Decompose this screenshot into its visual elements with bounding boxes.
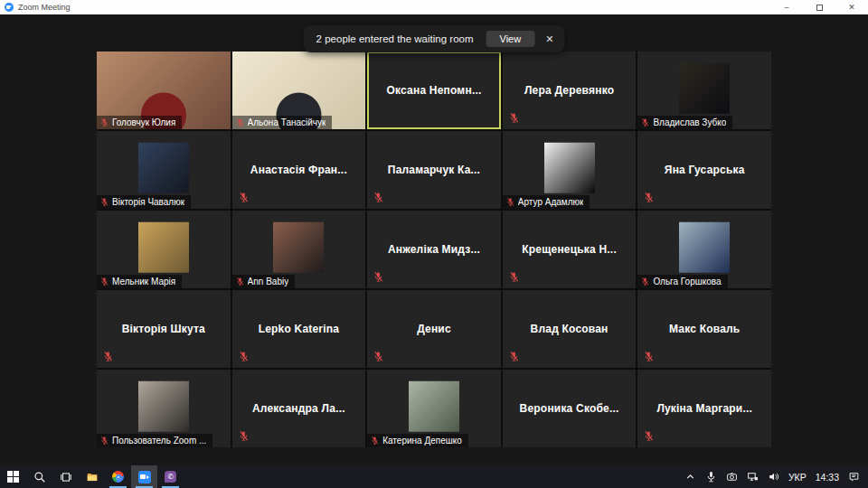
task-view-icon <box>60 471 72 483</box>
mic-muted-icon <box>373 351 383 362</box>
participant-name: Ольга Горшкова <box>653 277 721 286</box>
mic-muted-icon <box>239 430 249 442</box>
participant-name: Артур Адамлюк <box>518 197 584 207</box>
zoom-app-button[interactable] <box>131 465 157 488</box>
participant-tile[interactable]: Артур Адамлюк <box>503 131 637 209</box>
participant-name: Вікторія Шкута <box>97 290 231 368</box>
participant-tile[interactable]: Крещенецька Н... <box>503 211 637 288</box>
participant-name: Паламарчук Ка... <box>367 131 501 209</box>
language-indicator[interactable]: УКР <box>784 465 811 488</box>
participant-tile[interactable]: Альона Танасійчук <box>232 52 366 129</box>
participant-name-label: Ann Babiy <box>232 275 296 288</box>
start-button[interactable] <box>0 465 26 488</box>
mic-muted-icon <box>644 192 654 203</box>
participant-video <box>138 381 189 432</box>
participant-name: Оксана Непомн... <box>367 52 501 129</box>
participant-tile[interactable]: Анастасія Фран... <box>232 131 366 209</box>
file-explorer-button[interactable] <box>79 465 105 488</box>
view-waiting-room-button[interactable]: View <box>486 31 535 47</box>
participant-name-label: Владислав Зубко <box>637 116 732 129</box>
participant-tile[interactable]: Макс Коваль <box>637 290 771 368</box>
tray-network-button[interactable] <box>742 465 763 488</box>
close-button[interactable]: ✕ <box>835 0 868 14</box>
participant-name: Вікторія Чавалюк <box>112 197 184 207</box>
participant-name: Катерина Депешко <box>382 436 462 446</box>
participant-tile[interactable]: Лера Деревянко <box>503 52 637 129</box>
windows-taskbar: ✆ <box>0 465 868 488</box>
maximize-button[interactable] <box>803 0 835 14</box>
tray-microphone-button[interactable] <box>701 465 722 488</box>
participant-name-label: Головчук Юлия <box>97 116 182 129</box>
chrome-button[interactable] <box>105 465 131 488</box>
participant-tile[interactable]: Оксана Непомн... <box>367 52 501 129</box>
viber-button[interactable]: ✆ <box>157 465 184 488</box>
mic-muted-icon <box>373 271 383 283</box>
mic-muted-icon <box>100 117 108 127</box>
participant-tile[interactable]: Влад Косован <box>503 290 637 368</box>
participant-tile[interactable]: Денис <box>367 290 501 368</box>
tray-expand-button[interactable] <box>680 465 701 488</box>
participant-video <box>273 222 324 273</box>
mic-muted-icon <box>373 192 383 203</box>
participant-video <box>138 222 189 273</box>
participant-name-label: Пользователь Zoom ... <box>97 434 212 447</box>
participant-name-label: Альона Танасійчук <box>232 116 333 129</box>
participant-name: Владислав Зубко <box>653 117 726 127</box>
task-view-button[interactable] <box>52 465 79 488</box>
participant-tile[interactable]: Лукіна Маргари... <box>637 370 771 447</box>
participant-tile[interactable]: Ann Babiy <box>232 211 366 288</box>
mic-muted-icon <box>509 112 519 124</box>
participant-tile[interactable]: Пользователь Zoom ... <box>97 370 231 447</box>
participant-name: Альона Танасійчук <box>248 117 326 127</box>
participant-tile[interactable]: Анжеліка Мидз... <box>367 211 501 288</box>
participant-name-label: Ольга Горшкова <box>637 275 727 288</box>
zoom-logo-icon <box>5 3 14 12</box>
camera-icon <box>726 471 738 483</box>
participant-tile[interactable]: Яна Гусарська <box>637 131 771 209</box>
participant-tile[interactable]: Александра Ла... <box>232 370 366 447</box>
mic-muted-icon <box>641 117 649 127</box>
viber-icon: ✆ <box>165 471 176 483</box>
participant-name: Александра Ла... <box>232 370 366 447</box>
participant-name: Вероника Скобе... <box>503 370 637 447</box>
participant-tile[interactable]: Вікторія Чавалюк <box>97 131 231 209</box>
participant-tile[interactable]: Вікторія Шкута <box>97 290 231 368</box>
zoom-app-icon <box>138 471 151 483</box>
participant-name-label: Катерина Депешко <box>367 434 468 447</box>
participant-tile[interactable]: Катерина Депешко <box>367 370 501 447</box>
waiting-room-banner: 2 people entered the waiting room View ✕ <box>304 25 565 52</box>
participant-tile[interactable]: Lepko Katerina <box>232 290 366 368</box>
clock[interactable]: 14:33 <box>811 465 844 488</box>
mic-muted-icon <box>103 351 113 362</box>
participant-tile[interactable]: Мельник Марія <box>97 211 231 288</box>
participant-tile[interactable]: Вероника Скобе... <box>503 370 637 447</box>
participant-name-label: Артур Адамлюк <box>503 195 590 209</box>
mic-muted-icon <box>644 351 654 362</box>
tray-camera-button[interactable] <box>722 465 742 488</box>
mic-muted-icon <box>371 436 379 446</box>
participant-tile[interactable]: Головчук Юлия <box>97 52 231 129</box>
participant-name-label: Вікторія Чавалюк <box>97 195 191 209</box>
banner-close-icon[interactable]: ✕ <box>545 33 553 45</box>
participant-tile[interactable]: Ольга Горшкова <box>637 211 771 288</box>
participant-name: Лера Деревянко <box>503 52 637 129</box>
search-button[interactable] <box>26 465 52 488</box>
participant-tile[interactable]: Паламарчук Ка... <box>367 131 501 209</box>
mic-muted-icon <box>100 436 108 446</box>
participant-name: Пользователь Zoom ... <box>112 436 206 446</box>
action-center-button[interactable] <box>844 465 864 488</box>
speaker-icon <box>768 471 779 483</box>
search-icon <box>33 471 46 483</box>
participant-grid: Головчук Юлия Альона Танасійчук Оксана Н… <box>97 52 771 447</box>
participant-name: Мельник Марія <box>112 277 175 286</box>
window-titlebar: Zoom Meeting – ✕ <box>0 0 868 14</box>
participant-name: Влад Косован <box>503 290 637 368</box>
language-label: УКР <box>788 472 807 483</box>
tray-volume-button[interactable] <box>763 465 784 488</box>
participant-tile[interactable]: Владислав Зубко <box>637 52 771 129</box>
participant-video <box>544 143 595 193</box>
mic-muted-icon <box>644 430 654 442</box>
minimize-button[interactable]: – <box>770 0 803 14</box>
participant-video <box>679 222 730 273</box>
mic-muted-icon <box>236 117 244 127</box>
